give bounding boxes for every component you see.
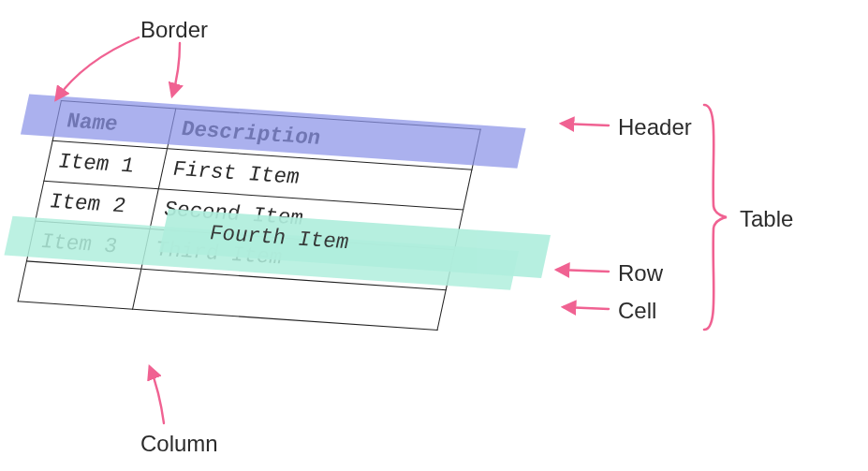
diagram-stage: Name Description Item 1 First Item Item …: [0, 0, 868, 471]
label-cell: Cell: [618, 298, 656, 324]
label-border: Border: [140, 17, 208, 43]
arrow-column-icon: [150, 367, 164, 423]
arrow-border-left-icon: [56, 37, 139, 99]
label-header: Header: [618, 114, 692, 140]
floating-cell-text: Fourth Item: [207, 222, 351, 256]
table-cell: [18, 261, 141, 309]
arrow-border-right-icon: [172, 43, 180, 96]
label-row: Row: [618, 260, 663, 287]
arrow-cell-icon: [564, 307, 609, 309]
label-column: Column: [140, 431, 218, 457]
label-table: Table: [740, 206, 793, 232]
arrow-row-icon: [557, 270, 609, 272]
brace-icon: [700, 101, 728, 333]
arrow-header-icon: [562, 124, 609, 125]
